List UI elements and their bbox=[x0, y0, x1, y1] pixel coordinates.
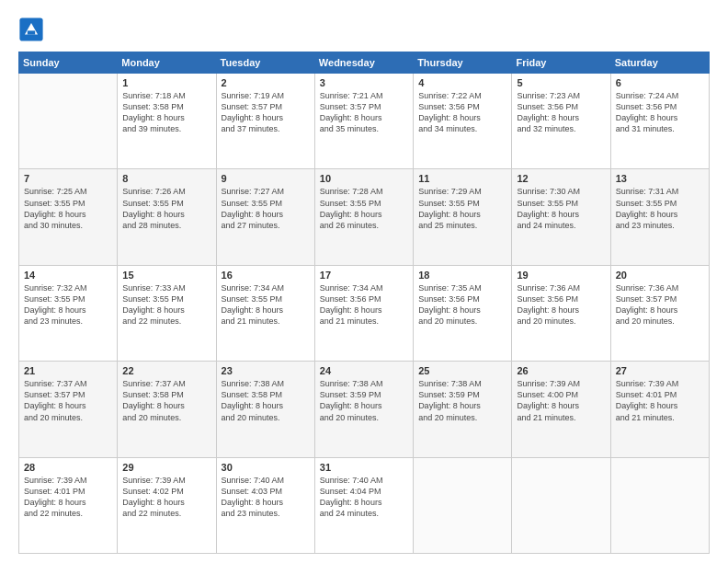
day-info: Sunrise: 7:33 AM Sunset: 3:55 PM Dayligh… bbox=[122, 282, 210, 327]
day-number: 23 bbox=[222, 365, 310, 376]
day-info: Sunrise: 7:37 AM Sunset: 3:57 PM Dayligh… bbox=[24, 378, 112, 423]
day-info: Sunrise: 7:29 AM Sunset: 3:55 PM Dayligh… bbox=[418, 186, 506, 231]
day-number: 7 bbox=[24, 173, 112, 184]
calendar-cell bbox=[610, 457, 709, 553]
day-info: Sunrise: 7:36 AM Sunset: 3:56 PM Dayligh… bbox=[517, 282, 605, 327]
calendar-cell: 1Sunrise: 7:18 AM Sunset: 3:58 PM Daylig… bbox=[118, 74, 216, 169]
calendar-cell: 26Sunrise: 7:39 AM Sunset: 4:00 PM Dayli… bbox=[512, 362, 610, 457]
day-number: 16 bbox=[222, 270, 310, 281]
day-info: Sunrise: 7:31 AM Sunset: 3:55 PM Dayligh… bbox=[616, 186, 704, 231]
calendar-cell: 7Sunrise: 7:25 AM Sunset: 3:55 PM Daylig… bbox=[19, 169, 118, 265]
day-info: Sunrise: 7:40 AM Sunset: 4:04 PM Dayligh… bbox=[320, 475, 408, 520]
calendar-cell: 14Sunrise: 7:32 AM Sunset: 3:55 PM Dayli… bbox=[19, 265, 118, 361]
calendar-cell bbox=[512, 457, 610, 553]
day-info: Sunrise: 7:27 AM Sunset: 3:55 PM Dayligh… bbox=[222, 186, 310, 231]
day-number: 4 bbox=[418, 77, 506, 88]
calendar-cell: 5Sunrise: 7:23 AM Sunset: 3:56 PM Daylig… bbox=[512, 74, 610, 169]
calendar-day-header: Saturday bbox=[610, 52, 709, 74]
calendar-day-header: Monday bbox=[118, 52, 216, 74]
page: SundayMondayTuesdayWednesdayThursdayFrid… bbox=[0, 0, 728, 563]
calendar-cell: 4Sunrise: 7:22 AM Sunset: 3:56 PM Daylig… bbox=[414, 74, 512, 169]
day-number: 13 bbox=[616, 173, 704, 184]
logo bbox=[18, 17, 46, 42]
day-info: Sunrise: 7:37 AM Sunset: 3:58 PM Dayligh… bbox=[122, 378, 210, 423]
calendar-cell: 18Sunrise: 7:35 AM Sunset: 3:56 PM Dayli… bbox=[414, 265, 512, 361]
day-info: Sunrise: 7:23 AM Sunset: 3:56 PM Dayligh… bbox=[517, 90, 605, 135]
calendar-cell bbox=[19, 74, 118, 169]
day-number: 31 bbox=[320, 462, 408, 473]
calendar-table: SundayMondayTuesdayWednesdayThursdayFrid… bbox=[18, 52, 710, 554]
day-info: Sunrise: 7:39 AM Sunset: 4:01 PM Dayligh… bbox=[616, 378, 704, 423]
calendar-cell: 16Sunrise: 7:34 AM Sunset: 3:55 PM Dayli… bbox=[216, 265, 314, 361]
day-number: 28 bbox=[24, 462, 112, 473]
day-number: 26 bbox=[517, 365, 605, 376]
day-number: 24 bbox=[320, 365, 408, 376]
day-number: 18 bbox=[418, 270, 506, 281]
day-info: Sunrise: 7:39 AM Sunset: 4:00 PM Dayligh… bbox=[517, 378, 605, 423]
calendar-cell: 17Sunrise: 7:34 AM Sunset: 3:56 PM Dayli… bbox=[314, 265, 413, 361]
day-info: Sunrise: 7:40 AM Sunset: 4:03 PM Dayligh… bbox=[222, 475, 310, 520]
header bbox=[18, 17, 710, 42]
logo-icon bbox=[18, 17, 44, 42]
day-info: Sunrise: 7:34 AM Sunset: 3:55 PM Dayligh… bbox=[222, 282, 310, 327]
calendar-week-row: 1Sunrise: 7:18 AM Sunset: 3:58 PM Daylig… bbox=[19, 74, 710, 169]
day-number: 6 bbox=[616, 77, 704, 88]
day-info: Sunrise: 7:19 AM Sunset: 3:57 PM Dayligh… bbox=[222, 90, 310, 135]
calendar-cell: 8Sunrise: 7:26 AM Sunset: 3:55 PM Daylig… bbox=[118, 169, 216, 265]
calendar-cell bbox=[414, 457, 512, 553]
calendar-week-row: 14Sunrise: 7:32 AM Sunset: 3:55 PM Dayli… bbox=[19, 265, 710, 361]
calendar-day-header: Sunday bbox=[19, 52, 118, 74]
calendar-cell: 9Sunrise: 7:27 AM Sunset: 3:55 PM Daylig… bbox=[216, 169, 314, 265]
day-number: 25 bbox=[418, 365, 506, 376]
day-info: Sunrise: 7:34 AM Sunset: 3:56 PM Dayligh… bbox=[320, 282, 408, 327]
day-number: 19 bbox=[517, 270, 605, 281]
calendar-cell: 2Sunrise: 7:19 AM Sunset: 3:57 PM Daylig… bbox=[216, 74, 314, 169]
day-number: 12 bbox=[517, 173, 605, 184]
day-info: Sunrise: 7:39 AM Sunset: 4:01 PM Dayligh… bbox=[24, 475, 112, 520]
calendar-day-header: Thursday bbox=[414, 52, 512, 74]
day-info: Sunrise: 7:28 AM Sunset: 3:55 PM Dayligh… bbox=[320, 186, 408, 231]
day-number: 22 bbox=[122, 365, 210, 376]
calendar-header-row: SundayMondayTuesdayWednesdayThursdayFrid… bbox=[19, 52, 710, 74]
day-number: 1 bbox=[122, 77, 210, 88]
calendar-day-header: Wednesday bbox=[314, 52, 413, 74]
day-number: 29 bbox=[122, 462, 210, 473]
calendar-day-header: Tuesday bbox=[216, 52, 314, 74]
calendar-day-header: Friday bbox=[512, 52, 610, 74]
calendar-cell: 12Sunrise: 7:30 AM Sunset: 3:55 PM Dayli… bbox=[512, 169, 610, 265]
day-info: Sunrise: 7:32 AM Sunset: 3:55 PM Dayligh… bbox=[24, 282, 112, 327]
day-number: 21 bbox=[24, 365, 112, 376]
day-number: 2 bbox=[222, 77, 310, 88]
day-number: 20 bbox=[616, 270, 704, 281]
calendar-cell: 6Sunrise: 7:24 AM Sunset: 3:56 PM Daylig… bbox=[610, 74, 709, 169]
day-info: Sunrise: 7:26 AM Sunset: 3:55 PM Dayligh… bbox=[122, 186, 210, 231]
day-number: 15 bbox=[122, 270, 210, 281]
day-info: Sunrise: 7:22 AM Sunset: 3:56 PM Dayligh… bbox=[418, 90, 506, 135]
day-info: Sunrise: 7:35 AM Sunset: 3:56 PM Dayligh… bbox=[418, 282, 506, 327]
day-info: Sunrise: 7:30 AM Sunset: 3:55 PM Dayligh… bbox=[517, 186, 605, 231]
day-number: 5 bbox=[517, 77, 605, 88]
day-number: 3 bbox=[320, 77, 408, 88]
calendar-cell: 24Sunrise: 7:38 AM Sunset: 3:59 PM Dayli… bbox=[314, 362, 413, 457]
day-info: Sunrise: 7:38 AM Sunset: 3:59 PM Dayligh… bbox=[418, 378, 506, 423]
calendar-cell: 27Sunrise: 7:39 AM Sunset: 4:01 PM Dayli… bbox=[610, 362, 709, 457]
calendar-cell: 20Sunrise: 7:36 AM Sunset: 3:57 PM Dayli… bbox=[610, 265, 709, 361]
day-info: Sunrise: 7:39 AM Sunset: 4:02 PM Dayligh… bbox=[122, 475, 210, 520]
calendar-cell: 10Sunrise: 7:28 AM Sunset: 3:55 PM Dayli… bbox=[314, 169, 413, 265]
calendar-cell: 15Sunrise: 7:33 AM Sunset: 3:55 PM Dayli… bbox=[118, 265, 216, 361]
day-info: Sunrise: 7:38 AM Sunset: 3:59 PM Dayligh… bbox=[320, 378, 408, 423]
svg-rect-2 bbox=[28, 30, 35, 34]
calendar-week-row: 28Sunrise: 7:39 AM Sunset: 4:01 PM Dayli… bbox=[19, 457, 710, 553]
day-number: 17 bbox=[320, 270, 408, 281]
day-number: 9 bbox=[222, 173, 310, 184]
day-number: 30 bbox=[222, 462, 310, 473]
calendar-cell: 28Sunrise: 7:39 AM Sunset: 4:01 PM Dayli… bbox=[19, 457, 118, 553]
calendar-cell: 19Sunrise: 7:36 AM Sunset: 3:56 PM Dayli… bbox=[512, 265, 610, 361]
day-number: 27 bbox=[616, 365, 704, 376]
day-info: Sunrise: 7:18 AM Sunset: 3:58 PM Dayligh… bbox=[122, 90, 210, 135]
day-info: Sunrise: 7:25 AM Sunset: 3:55 PM Dayligh… bbox=[24, 186, 112, 231]
calendar-cell: 29Sunrise: 7:39 AM Sunset: 4:02 PM Dayli… bbox=[118, 457, 216, 553]
calendar-cell: 25Sunrise: 7:38 AM Sunset: 3:59 PM Dayli… bbox=[414, 362, 512, 457]
day-info: Sunrise: 7:24 AM Sunset: 3:56 PM Dayligh… bbox=[616, 90, 704, 135]
day-info: Sunrise: 7:38 AM Sunset: 3:58 PM Dayligh… bbox=[222, 378, 310, 423]
